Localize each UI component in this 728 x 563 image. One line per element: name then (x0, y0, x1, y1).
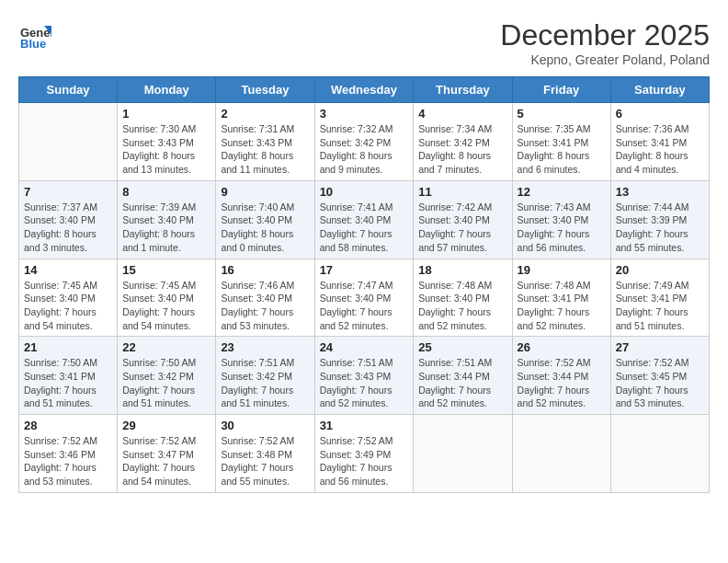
calendar-cell: 15Sunrise: 7:45 AM Sunset: 3:40 PM Dayli… (118, 259, 216, 337)
calendar-week-2: 7Sunrise: 7:37 AM Sunset: 3:40 PM Daylig… (19, 180, 710, 259)
day-info: Sunrise: 7:44 AM Sunset: 3:39 PM Dayligh… (616, 201, 704, 255)
weekday-tuesday: Tuesday (216, 77, 314, 103)
day-number: 17 (320, 263, 409, 277)
month-title: December 2025 (500, 18, 710, 52)
day-info: Sunrise: 7:51 AM Sunset: 3:44 PM Dayligh… (418, 356, 506, 410)
day-info: Sunrise: 7:47 AM Sunset: 3:40 PM Dayligh… (320, 279, 409, 333)
weekday-thursday: Thursday (414, 77, 512, 103)
weekday-monday: Monday (118, 77, 216, 103)
weekday-header-row: SundayMondayTuesdayWednesdayThursdayFrid… (19, 77, 710, 103)
day-number: 26 (518, 340, 606, 354)
day-number: 2 (221, 107, 309, 121)
weekday-friday: Friday (512, 77, 610, 103)
calendar-cell: 29Sunrise: 7:52 AM Sunset: 3:47 PM Dayli… (118, 415, 216, 493)
day-info: Sunrise: 7:52 AM Sunset: 3:45 PM Dayligh… (616, 356, 704, 410)
calendar-cell: 13Sunrise: 7:44 AM Sunset: 3:39 PM Dayli… (610, 180, 709, 259)
day-number: 4 (418, 107, 506, 121)
calendar-cell: 1Sunrise: 7:30 AM Sunset: 3:43 PM Daylig… (118, 103, 216, 181)
calendar-cell: 9Sunrise: 7:40 AM Sunset: 3:40 PM Daylig… (216, 180, 314, 259)
day-number: 12 (518, 185, 606, 199)
calendar-cell: 18Sunrise: 7:48 AM Sunset: 3:40 PM Dayli… (414, 259, 512, 337)
day-info: Sunrise: 7:30 AM Sunset: 3:43 PM Dayligh… (122, 122, 210, 177)
logo-icon: General Blue (18, 18, 51, 52)
calendar-cell (512, 415, 610, 493)
logo: General Blue (18, 18, 55, 52)
day-number: 9 (221, 185, 309, 199)
calendar-cell: 17Sunrise: 7:47 AM Sunset: 3:40 PM Dayli… (314, 259, 414, 337)
day-info: Sunrise: 7:50 AM Sunset: 3:42 PM Dayligh… (122, 356, 210, 410)
calendar-cell (610, 415, 709, 493)
calendar-cell: 7Sunrise: 7:37 AM Sunset: 3:40 PM Daylig… (19, 180, 118, 259)
calendar-table: SundayMondayTuesdayWednesdayThursdayFrid… (18, 76, 710, 493)
calendar-cell (19, 103, 118, 181)
calendar-week-1: 1Sunrise: 7:30 AM Sunset: 3:43 PM Daylig… (19, 103, 710, 181)
day-info: Sunrise: 7:48 AM Sunset: 3:40 PM Dayligh… (418, 279, 506, 333)
calendar-cell: 16Sunrise: 7:46 AM Sunset: 3:40 PM Dayli… (216, 259, 314, 337)
day-number: 8 (122, 185, 210, 199)
calendar-week-4: 21Sunrise: 7:50 AM Sunset: 3:41 PM Dayli… (19, 337, 710, 415)
calendar-cell: 20Sunrise: 7:49 AM Sunset: 3:41 PM Dayli… (610, 259, 709, 337)
day-info: Sunrise: 7:52 AM Sunset: 3:49 PM Dayligh… (320, 434, 409, 488)
day-info: Sunrise: 7:42 AM Sunset: 3:40 PM Dayligh… (418, 201, 506, 255)
calendar-cell: 28Sunrise: 7:52 AM Sunset: 3:46 PM Dayli… (19, 415, 118, 493)
day-info: Sunrise: 7:52 AM Sunset: 3:48 PM Dayligh… (221, 434, 309, 488)
day-info: Sunrise: 7:45 AM Sunset: 3:40 PM Dayligh… (122, 279, 210, 333)
day-info: Sunrise: 7:52 AM Sunset: 3:46 PM Dayligh… (24, 434, 112, 488)
day-number: 20 (616, 263, 704, 277)
calendar-cell: 26Sunrise: 7:52 AM Sunset: 3:44 PM Dayli… (512, 337, 610, 415)
calendar-cell: 19Sunrise: 7:48 AM Sunset: 3:41 PM Dayli… (512, 259, 610, 337)
day-number: 10 (320, 185, 409, 199)
day-info: Sunrise: 7:43 AM Sunset: 3:40 PM Dayligh… (518, 201, 606, 255)
day-number: 3 (320, 107, 409, 121)
day-info: Sunrise: 7:52 AM Sunset: 3:47 PM Dayligh… (122, 434, 210, 488)
day-number: 25 (418, 340, 506, 354)
calendar-cell: 31Sunrise: 7:52 AM Sunset: 3:49 PM Dayli… (314, 415, 414, 493)
calendar-cell: 4Sunrise: 7:34 AM Sunset: 3:42 PM Daylig… (414, 103, 512, 181)
day-info: Sunrise: 7:34 AM Sunset: 3:42 PM Dayligh… (418, 122, 506, 177)
day-number: 14 (24, 263, 112, 277)
calendar-cell: 14Sunrise: 7:45 AM Sunset: 3:40 PM Dayli… (19, 259, 118, 337)
day-info: Sunrise: 7:50 AM Sunset: 3:41 PM Dayligh… (24, 356, 112, 410)
day-number: 29 (122, 419, 210, 432)
day-info: Sunrise: 7:51 AM Sunset: 3:42 PM Dayligh… (221, 356, 309, 410)
day-info: Sunrise: 7:39 AM Sunset: 3:40 PM Dayligh… (122, 201, 210, 255)
calendar-cell: 6Sunrise: 7:36 AM Sunset: 3:41 PM Daylig… (610, 103, 709, 181)
calendar-cell: 11Sunrise: 7:42 AM Sunset: 3:40 PM Dayli… (414, 180, 512, 259)
day-info: Sunrise: 7:40 AM Sunset: 3:40 PM Dayligh… (221, 201, 309, 255)
day-number: 1 (122, 107, 210, 121)
day-info: Sunrise: 7:45 AM Sunset: 3:40 PM Dayligh… (24, 279, 112, 333)
calendar-cell: 23Sunrise: 7:51 AM Sunset: 3:42 PM Dayli… (216, 337, 314, 415)
day-number: 15 (122, 263, 210, 277)
calendar-body: 1Sunrise: 7:30 AM Sunset: 3:43 PM Daylig… (19, 103, 710, 493)
day-number: 5 (518, 107, 606, 121)
calendar-cell: 8Sunrise: 7:39 AM Sunset: 3:40 PM Daylig… (118, 180, 216, 259)
calendar-week-5: 28Sunrise: 7:52 AM Sunset: 3:46 PM Dayli… (19, 415, 710, 493)
weekday-wednesday: Wednesday (314, 77, 414, 103)
day-info: Sunrise: 7:51 AM Sunset: 3:43 PM Dayligh… (320, 356, 409, 410)
weekday-saturday: Saturday (610, 77, 709, 103)
day-number: 27 (616, 340, 704, 354)
title-area: December 2025 Kepno, Greater Poland, Pol… (500, 18, 710, 67)
day-info: Sunrise: 7:35 AM Sunset: 3:41 PM Dayligh… (518, 122, 606, 177)
day-number: 16 (221, 263, 309, 277)
day-info: Sunrise: 7:41 AM Sunset: 3:40 PM Dayligh… (320, 201, 409, 255)
calendar-cell: 5Sunrise: 7:35 AM Sunset: 3:41 PM Daylig… (512, 103, 610, 181)
day-info: Sunrise: 7:31 AM Sunset: 3:43 PM Dayligh… (221, 122, 309, 177)
calendar-cell: 12Sunrise: 7:43 AM Sunset: 3:40 PM Dayli… (512, 180, 610, 259)
day-number: 22 (122, 340, 210, 354)
day-info: Sunrise: 7:52 AM Sunset: 3:44 PM Dayligh… (518, 356, 606, 410)
day-number: 13 (616, 185, 704, 199)
calendar-cell: 27Sunrise: 7:52 AM Sunset: 3:45 PM Dayli… (610, 337, 709, 415)
page-header: General Blue December 2025 Kepno, Greate… (18, 18, 710, 67)
day-number: 23 (221, 340, 309, 354)
calendar-cell: 10Sunrise: 7:41 AM Sunset: 3:40 PM Dayli… (314, 180, 414, 259)
day-number: 19 (518, 263, 606, 277)
day-number: 18 (418, 263, 506, 277)
day-info: Sunrise: 7:37 AM Sunset: 3:40 PM Dayligh… (24, 201, 112, 255)
day-info: Sunrise: 7:36 AM Sunset: 3:41 PM Dayligh… (616, 122, 704, 177)
calendar-cell: 30Sunrise: 7:52 AM Sunset: 3:48 PM Dayli… (216, 415, 314, 493)
day-number: 11 (418, 185, 506, 199)
location-subtitle: Kepno, Greater Poland, Poland (500, 52, 710, 67)
day-number: 24 (320, 340, 409, 354)
day-info: Sunrise: 7:49 AM Sunset: 3:41 PM Dayligh… (616, 279, 704, 333)
